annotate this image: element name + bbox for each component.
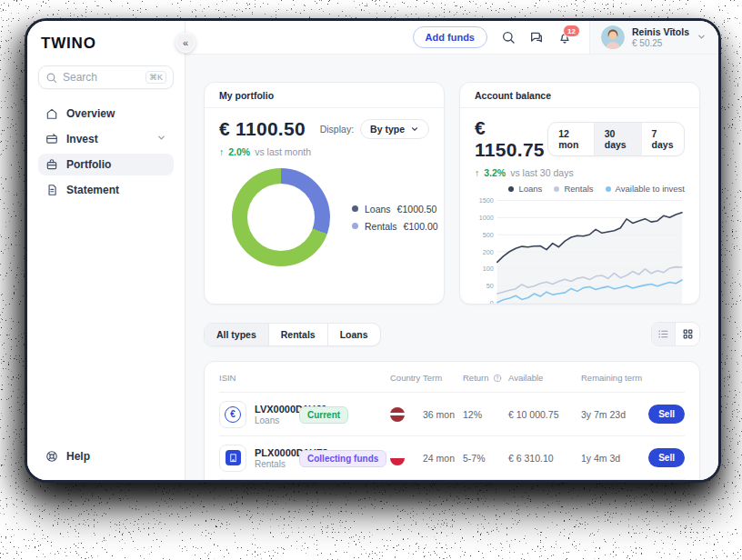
wallet-icon [45, 133, 58, 145]
donut-legend: Loans €1000.50 Rentals €100.00 [352, 204, 438, 232]
legend-item-rentals: Rentals [554, 184, 593, 194]
header-remaining: Remaining term [581, 373, 648, 383]
range-selector: 12 mon 30 days 7 days [547, 122, 685, 156]
grid-icon [682, 328, 694, 340]
header-term: Term [423, 373, 463, 383]
sidebar-item-portfolio[interactable]: Portfolio [38, 154, 174, 175]
type-filter-tabs: All types Rentals Loans [204, 323, 381, 346]
display-type-dropdown[interactable]: By type [360, 119, 429, 139]
range-12mon[interactable]: 12 mon [548, 123, 594, 155]
list-icon [657, 328, 669, 340]
svg-text:500: 500 [483, 231, 494, 239]
svg-text:100: 100 [483, 265, 494, 273]
portfolio-change: 2.0% [228, 146, 250, 157]
chevron-down-icon [410, 125, 419, 134]
portfolio-card: My portfolio € 1100.50 Display: By type [204, 82, 445, 305]
tab-loans[interactable]: Loans [328, 324, 380, 345]
balance-change-period: vs last 30 days [510, 167, 573, 178]
legend-label: Rentals [365, 221, 397, 232]
document-icon [45, 184, 58, 196]
search-icon [45, 72, 57, 84]
page-content: My portfolio € 1100.50 Display: By type [186, 55, 718, 480]
svg-text:0: 0 [490, 299, 494, 305]
return-cell: 12% [463, 409, 508, 420]
header-return: Return [463, 373, 508, 383]
svg-text:1000: 1000 [479, 214, 494, 222]
chat-icon[interactable] [529, 30, 544, 45]
sidebar-item-help[interactable]: Help [38, 445, 174, 467]
sell-button[interactable]: Sell [648, 448, 685, 467]
term-cell: 36 mon [423, 409, 463, 420]
bell-icon[interactable]: 12 [557, 30, 572, 45]
svg-text:200: 200 [483, 248, 494, 256]
svg-text:50: 50 [486, 282, 494, 290]
range-30days[interactable]: 30 days [595, 123, 642, 155]
tab-rentals[interactable]: Rentals [269, 324, 328, 345]
balance-line-chart: 0501002005001000150024681012141618202224… [475, 195, 685, 305]
sidebar-item-label: Help [66, 450, 90, 463]
sidebar-item-label: Overview [66, 107, 115, 120]
search-shortcut-badge: ⌘K [145, 71, 166, 84]
legend-label: Loans [365, 204, 391, 215]
question-circle-icon[interactable] [493, 374, 502, 383]
rental-asset-icon [219, 445, 246, 472]
chevron-down-icon [156, 133, 166, 145]
sidebar-footer: Help [38, 445, 174, 467]
table-row[interactable]: € LVX0000D1UJ9 Loans Current 36 mon 12% … [219, 393, 685, 436]
avatar [601, 25, 625, 49]
user-menu[interactable]: Reinis Vītols € 50.25 [589, 21, 718, 54]
add-funds-button[interactable]: Add funds [413, 26, 487, 48]
list-view-button[interactable] [652, 323, 676, 345]
building-icon [226, 450, 241, 465]
sidebar-item-overview[interactable]: Overview [38, 103, 174, 125]
table-row[interactable]: PLX0000D1HF8 Rentals Collecting funds 24… [219, 436, 685, 480]
balance-card-title: Account balance [460, 83, 699, 108]
assets-table: ISIN Country Term Return Available Remai… [204, 361, 700, 483]
search-input[interactable] [63, 71, 140, 84]
search-icon[interactable] [501, 30, 516, 45]
latvia-flag-icon [390, 407, 405, 422]
portfolio-card-title: My portfolio [205, 83, 444, 108]
available-cell: € 10 000.75 [508, 409, 581, 420]
remaining-cell: 3y 7m 23d [581, 409, 648, 420]
sell-button[interactable]: Sell [648, 405, 685, 424]
range-7days[interactable]: 7 days [642, 123, 684, 155]
sidebar-item-label: Invest [66, 133, 98, 145]
legend-label: Rentals [564, 184, 593, 194]
poland-flag-icon [390, 451, 405, 465]
sidebar: TWINO ⌘K Overview Invest Portfolio [27, 21, 186, 480]
legend-value: €100.00 [404, 221, 438, 232]
sidebar-item-statement[interactable]: Statement [38, 179, 174, 201]
legend-item-loans: Loans €1000.50 [352, 204, 438, 215]
tab-all-types[interactable]: All types [205, 324, 269, 345]
portfolio-change-arrow: ↑ [219, 146, 224, 157]
loans-dot [352, 205, 358, 212]
loan-asset-icon: € [219, 401, 246, 428]
grid-view-button[interactable] [676, 323, 699, 345]
term-cell: 24 mon [423, 453, 463, 464]
rentals-dot [352, 223, 358, 229]
home-icon [45, 107, 58, 120]
view-toggle [651, 322, 700, 346]
sidebar-collapse-button[interactable]: « [175, 33, 196, 53]
display-type-value: By type [370, 124, 405, 135]
portfolio-change-period: vs last month [255, 146, 311, 157]
main-area: Add funds 12 Reinis Vītols € 50.25 [186, 21, 718, 480]
portfolio-amount: € 1100.50 [219, 118, 306, 140]
status-badge: Current [299, 406, 348, 424]
legend-value: €1000.50 [397, 204, 437, 215]
search-input-wrapper[interactable]: ⌘K [38, 65, 174, 89]
filter-row: All types Rentals Loans [204, 322, 700, 346]
svg-text:1500: 1500 [479, 196, 494, 205]
header-country: Country [390, 373, 423, 383]
balance-amount: € 1150.75 [475, 117, 547, 161]
balance-change: 3.2% [484, 167, 506, 178]
sidebar-item-invest[interactable]: Invest [38, 128, 174, 150]
display-label: Display: [320, 124, 354, 135]
balance-card: Account balance € 1150.75 12 mon 30 days… [459, 82, 700, 305]
legend-item-loans: Loans [508, 184, 542, 194]
balance-change-arrow: ↑ [475, 167, 479, 178]
donut-hole [247, 184, 315, 251]
available-cell: € 6 310.10 [508, 453, 581, 464]
legend-label: Loans [518, 184, 542, 194]
